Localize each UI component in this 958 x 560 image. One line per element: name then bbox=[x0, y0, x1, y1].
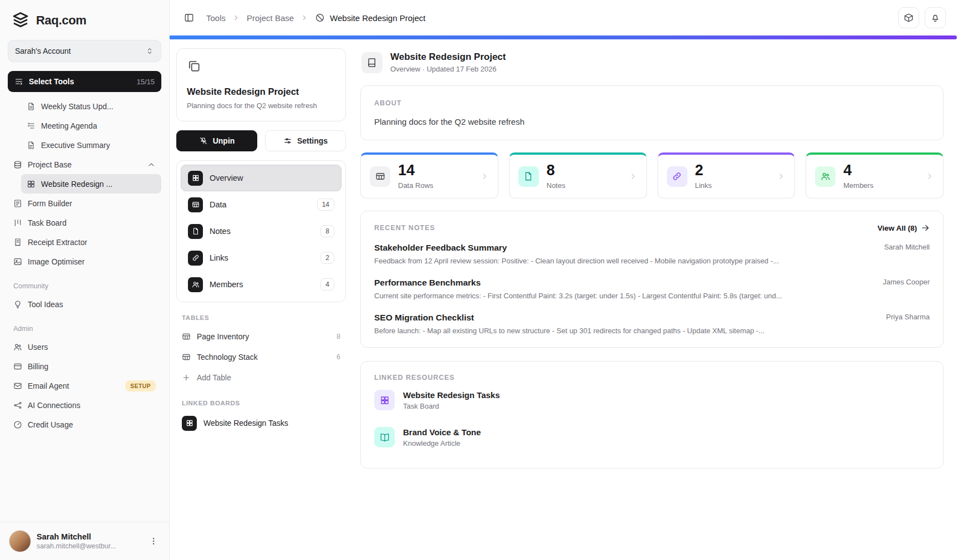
linked-resource-row[interactable]: Brand Voice & Tone Knowledge Article bbox=[374, 419, 930, 456]
grid-icon bbox=[182, 416, 197, 431]
view-all-link[interactable]: View All (8) bbox=[878, 223, 930, 232]
breadcrumb-project-base[interactable]: Project Base bbox=[247, 13, 294, 23]
project-panel: Website Redesign Project Planning docs f… bbox=[176, 48, 346, 560]
note-row[interactable]: SEO Migration Checklist Priya Sharma Bef… bbox=[374, 302, 930, 337]
sidebar-item-meeting-agenda[interactable]: Meeting Agenda bbox=[21, 116, 161, 135]
table-item-technology-stack[interactable]: Technology Stack 6 bbox=[176, 347, 346, 367]
resource-title: Website Redesign Tasks bbox=[403, 390, 500, 400]
bell-button[interactable] bbox=[925, 7, 946, 28]
account-selector[interactable]: Sarah's Account bbox=[8, 40, 161, 62]
stat-label: Links bbox=[695, 181, 712, 190]
select-tools-count: 15/15 bbox=[136, 78, 155, 86]
note-title: Stakeholder Feedback Summary bbox=[374, 243, 507, 253]
sidebar-item-label: Task Board bbox=[28, 218, 67, 227]
stat-label: Data Rows bbox=[398, 181, 434, 190]
linked-board-item[interactable]: Website Redesign Tasks bbox=[176, 411, 346, 435]
nav-item-notes[interactable]: Notes 8 bbox=[181, 218, 342, 245]
about-text: Planning docs for the Q2 website refresh bbox=[374, 117, 930, 126]
chevron-right-icon bbox=[300, 14, 308, 22]
linked-resource-row[interactable]: Website Redesign Tasks Task Board bbox=[374, 381, 930, 419]
table-icon bbox=[370, 166, 390, 187]
image-icon bbox=[13, 257, 22, 266]
members-icon bbox=[188, 277, 203, 292]
nav-item-count: 8 bbox=[320, 225, 334, 237]
arrow-right-icon bbox=[921, 223, 930, 232]
sidebar-item-website-redesign[interactable]: Website Redesign ... bbox=[21, 174, 161, 194]
sidebar-item-task-board[interactable]: Task Board bbox=[8, 213, 161, 232]
sidebar-item-receipt-extractor[interactable]: Receipt Extractor bbox=[8, 232, 161, 252]
sidebar-item-users[interactable]: Users bbox=[8, 337, 161, 357]
note-author: Priya Sharma bbox=[886, 313, 930, 321]
note-row[interactable]: Stakeholder Feedback Summary Sarah Mitch… bbox=[374, 232, 930, 267]
nav-item-members[interactable]: Members 4 bbox=[181, 271, 342, 298]
stat-value: 14 bbox=[398, 163, 434, 178]
table-item-page-inventory[interactable]: Page Inventory 8 bbox=[176, 326, 346, 347]
sidebar-item-tool-ideas[interactable]: Tool Ideas bbox=[8, 294, 161, 314]
table-item-count: 6 bbox=[337, 353, 340, 361]
sidebar-item-executive-summary[interactable]: Executive Summary bbox=[21, 135, 161, 155]
stat-body: 8 Notes bbox=[547, 163, 565, 190]
nav-item-label: Links bbox=[210, 253, 228, 262]
add-table-button[interactable]: Add Table bbox=[176, 367, 346, 388]
resource-meta: Brand Voice & Tone Knowledge Article bbox=[403, 427, 481, 447]
chevron-up-icon[interactable] bbox=[147, 160, 156, 169]
grid-icon bbox=[374, 390, 395, 410]
note-icon bbox=[518, 166, 539, 187]
sidebar-item-weekly-status[interactable]: Weekly Status Upd... bbox=[21, 96, 161, 116]
gauge-icon bbox=[13, 420, 22, 429]
breadcrumb-tools[interactable]: Tools bbox=[206, 13, 226, 23]
project-title: Website Redesign Project bbox=[187, 86, 335, 97]
nav-item-count: 14 bbox=[317, 198, 334, 211]
nav-item-links[interactable]: Links 2 bbox=[181, 245, 342, 271]
sidebar-item-email-agent[interactable]: Email Agent SETUP bbox=[8, 376, 161, 395]
recent-notes-card: RECENT NOTES View All (8) Stakeholder Fe… bbox=[360, 211, 944, 348]
linked-boards-section-header: LINKED BOARDS bbox=[182, 400, 340, 406]
sidebar-section-community: Community bbox=[13, 282, 156, 290]
nav-item-overview[interactable]: Overview bbox=[181, 165, 342, 191]
settings-button[interactable]: Settings bbox=[265, 130, 346, 151]
linked-resources-card: LINKED RESOURCES Website Redesign Tasks … bbox=[360, 361, 944, 469]
resource-type: Knowledge Article bbox=[403, 439, 481, 447]
resource-type: Task Board bbox=[403, 402, 500, 410]
document-icon bbox=[27, 102, 35, 111]
sidebar-item-label: Form Builder bbox=[28, 199, 72, 208]
sidebar-toggle-icon[interactable] bbox=[181, 9, 197, 26]
brand-logo-icon bbox=[11, 11, 30, 30]
note-title: SEO Migration Checklist bbox=[374, 313, 474, 323]
stat-card-notes[interactable]: 8 Notes bbox=[509, 152, 647, 198]
form-icon bbox=[13, 199, 22, 208]
sidebar-item-credit-usage[interactable]: Credit Usage bbox=[8, 415, 161, 434]
nav-item-data[interactable]: Data 14 bbox=[181, 191, 342, 218]
unpin-label: Unpin bbox=[213, 136, 235, 145]
lightbulb-icon bbox=[13, 300, 22, 309]
sidebar-item-billing[interactable]: Billing bbox=[8, 357, 161, 376]
stat-card-links[interactable]: 2 Links bbox=[658, 152, 796, 198]
sidebar-item-project-base[interactable]: Project Base bbox=[8, 155, 161, 174]
sidebar-item-image-optimiser[interactable]: Image Optimiser bbox=[8, 252, 161, 271]
page-subtitle: Overview · Updated 17 Feb 2026 bbox=[390, 65, 506, 73]
nav-item-label: Overview bbox=[210, 174, 243, 182]
note-author: Sarah Mitchell bbox=[884, 243, 930, 251]
sidebar-item-ai-connections[interactable]: AI Connections bbox=[8, 395, 161, 415]
recent-notes-header: RECENT NOTES bbox=[374, 224, 435, 232]
chevron-right-icon bbox=[480, 172, 489, 181]
book-open-icon bbox=[374, 427, 395, 447]
account-selector-label: Sarah's Account bbox=[15, 47, 71, 55]
note-preview: Current site performance metrics: - Firs… bbox=[374, 292, 830, 300]
stat-card-members[interactable]: 4 Members bbox=[806, 152, 944, 198]
kebab-menu-icon[interactable] bbox=[147, 534, 160, 548]
stat-body: 14 Data Rows bbox=[398, 163, 434, 190]
project-summary-card: Website Redesign Project Planning docs f… bbox=[176, 48, 346, 121]
note-row[interactable]: Performance Benchmarks James Cooper Curr… bbox=[374, 267, 930, 302]
unpin-button[interactable]: Unpin bbox=[176, 130, 257, 151]
note-preview: Before launch: - Map all existing URLs t… bbox=[374, 327, 830, 335]
sidebar-item-form-builder[interactable]: Form Builder bbox=[8, 194, 161, 213]
package-button[interactable] bbox=[898, 7, 919, 28]
stat-card-data-rows[interactable]: 14 Data Rows bbox=[360, 152, 498, 198]
sidebar-item-label: Email Agent bbox=[28, 381, 69, 390]
table-icon bbox=[188, 197, 203, 212]
select-tools-button[interactable]: Select Tools 15/15 bbox=[8, 71, 161, 92]
sidebar-item-label: Meeting Agenda bbox=[41, 121, 97, 130]
project-slash-icon bbox=[315, 13, 325, 23]
user-profile[interactable]: Sarah Mitchell sarah.mitchell@westbur... bbox=[0, 522, 169, 560]
